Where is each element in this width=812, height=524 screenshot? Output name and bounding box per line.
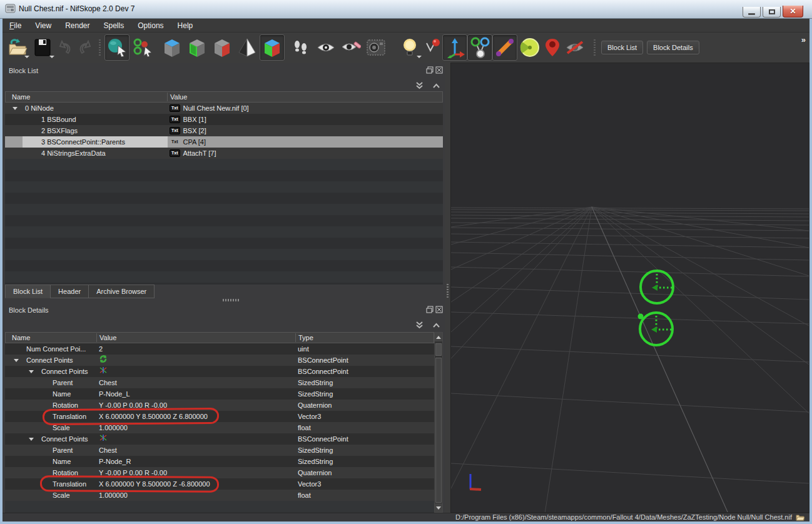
- vertical-splitter-handle[interactable]: [447, 283, 449, 299]
- close-panel-icon[interactable]: [435, 66, 443, 74]
- show-connect-points-button[interactable]: [467, 34, 492, 61]
- float-panel-icon[interactable]: [426, 66, 434, 74]
- title-bar[interactable]: Null Chest.nif - NifSkope 2.0 Dev 7 ✕: [0, 0, 812, 19]
- menu-options[interactable]: Options: [131, 19, 170, 33]
- table-row[interactable]: Connect Points BSConnectPoint: [5, 433, 434, 445]
- column-header-type[interactable]: Type: [298, 334, 313, 341]
- walk-animation-button[interactable]: [288, 34, 313, 61]
- lighting-button[interactable]: [397, 34, 422, 61]
- maximize-icon: [769, 9, 775, 14]
- redo-icon: [77, 39, 93, 56]
- close-panel-icon[interactable]: [435, 306, 443, 313]
- lod-slider-button[interactable]: [517, 34, 542, 61]
- table-row[interactable]: 0 NiNode TxtNull Chest New.nif [0]: [5, 103, 443, 114]
- scrollbar-thumb[interactable]: [435, 343, 442, 356]
- column-header-name[interactable]: Name: [12, 334, 30, 341]
- select-vertex-button[interactable]: [129, 34, 155, 61]
- float-panel-icon[interactable]: [426, 306, 434, 313]
- block-list-toolbar-button[interactable]: Block List: [601, 41, 643, 54]
- table-row[interactable]: Parent Chest SizedString: [5, 445, 434, 456]
- block-list-header[interactable]: Name Value: [5, 91, 443, 103]
- screenshot-button[interactable]: [363, 34, 388, 61]
- show-hidden-button[interactable]: [562, 34, 587, 61]
- open-dropdown-arrow[interactable]: [24, 56, 29, 58]
- maximize-button[interactable]: [763, 7, 781, 18]
- collapse-down-icon[interactable]: [415, 81, 424, 89]
- lod-circle-icon: [519, 37, 540, 58]
- save-file-button[interactable]: [30, 34, 55, 61]
- column-header-value[interactable]: Value: [99, 334, 116, 341]
- column-header-name[interactable]: Name: [12, 93, 30, 101]
- menu-help[interactable]: Help: [171, 19, 200, 33]
- scrollbar-track-shade[interactable]: [435, 358, 442, 503]
- expand-arrow-icon[interactable]: [29, 370, 34, 373]
- block-details-toolbar-button[interactable]: Block Details: [647, 41, 699, 54]
- table-row[interactable]: 4 NiStringsExtraData TxtAttachT [7]: [5, 148, 443, 159]
- edit-visibility-button[interactable]: [338, 34, 363, 61]
- show-nodes-button[interactable]: [313, 34, 338, 61]
- table-row[interactable]: 2 BSXFlags TxtBSX [2]: [5, 125, 443, 136]
- scroll-down-button[interactable]: [435, 503, 442, 512]
- tab-block-list[interactable]: Block List: [5, 285, 51, 298]
- column-divider[interactable]: [167, 93, 168, 101]
- minimize-button[interactable]: [743, 7, 761, 18]
- redo-button[interactable]: [75, 34, 95, 61]
- marker-pin-button[interactable]: [542, 34, 562, 61]
- vertical-splitter[interactable]: [445, 63, 450, 513]
- vertex-pin-button[interactable]: [422, 34, 442, 61]
- scroll-up-button[interactable]: [435, 333, 442, 341]
- block-details-header[interactable]: Name Value Type: [5, 332, 434, 343]
- wireframe-mode-button[interactable]: [160, 34, 185, 61]
- select-object-button[interactable]: [104, 34, 129, 61]
- toolbar-overflow-chevron[interactable]: »: [801, 35, 806, 44]
- table-row[interactable]: Name P-Node_R SizedString: [5, 456, 434, 467]
- table-row[interactable]: 1 BSBound TxtBBX [1]: [5, 114, 443, 125]
- show-axes-button[interactable]: [442, 34, 467, 61]
- block-details-scrollbar[interactable]: [434, 332, 443, 513]
- dock-tab-bar: Block List Header Archive Browser: [5, 285, 154, 300]
- menu-file[interactable]: File: [3, 19, 28, 33]
- solid-mode-button[interactable]: [185, 34, 210, 61]
- table-row-selected[interactable]: 3 BSConnectPoint::Parents TxtCPA [4]: [5, 136, 443, 148]
- main-area: Block List Name Value 0 NiNode: [3, 63, 809, 513]
- txt-icon: Txt: [170, 104, 180, 112]
- txt-icon: Txt: [170, 149, 180, 157]
- table-row[interactable]: Connect Points BSConnectPoint: [5, 355, 434, 366]
- txt-icon: Txt: [170, 116, 180, 123]
- show-bones-button[interactable]: [492, 34, 517, 61]
- column-header-value[interactable]: Value: [170, 93, 187, 101]
- menu-view[interactable]: View: [28, 19, 58, 33]
- menu-spells[interactable]: Spells: [97, 19, 131, 33]
- textured-mode-button[interactable]: [210, 34, 235, 61]
- save-dropdown-arrow[interactable]: [49, 56, 54, 58]
- column-divider[interactable]: [96, 333, 97, 342]
- vertex-colors-button[interactable]: [260, 34, 285, 61]
- axis-indicator: [470, 474, 481, 490]
- horizontal-splitter-handle[interactable]: [223, 299, 240, 301]
- collapse-up-icon[interactable]: [432, 321, 440, 329]
- expand-arrow-icon[interactable]: [13, 107, 18, 110]
- column-divider[interactable]: [295, 333, 296, 342]
- undo-button[interactable]: [55, 34, 75, 61]
- expand-arrow-icon[interactable]: [14, 359, 19, 362]
- open-file-button[interactable]: [5, 34, 30, 61]
- left-dock-column: Block List Name Value 0 NiNode: [3, 63, 445, 513]
- table-row[interactable]: Num Connect Poi... 2 uint: [5, 343, 434, 355]
- axes-cross-icon: [99, 366, 108, 375]
- collapse-down-icon[interactable]: [415, 321, 424, 329]
- flip-normals-button[interactable]: [235, 34, 260, 61]
- close-button[interactable]: ✕: [783, 6, 803, 18]
- app-icon: [5, 4, 16, 13]
- table-row[interactable]: Parent Chest SizedString: [5, 377, 434, 388]
- collapse-up-icon[interactable]: [432, 81, 440, 89]
- tab-header[interactable]: Header: [50, 285, 89, 298]
- location-pin-icon: [544, 38, 561, 58]
- menu-render[interactable]: Render: [58, 19, 96, 33]
- lighting-dropdown-arrow[interactable]: [417, 56, 422, 58]
- table-row[interactable]: Connect Points BSConnectPoint: [5, 366, 434, 377]
- render-viewport[interactable]: [450, 63, 809, 513]
- tab-archive-browser[interactable]: Archive Browser: [88, 285, 155, 298]
- expand-arrow-icon[interactable]: [29, 438, 34, 441]
- table-row[interactable]: Name P-Node_L SizedString: [5, 388, 434, 400]
- folder-icon[interactable]: [796, 513, 804, 521]
